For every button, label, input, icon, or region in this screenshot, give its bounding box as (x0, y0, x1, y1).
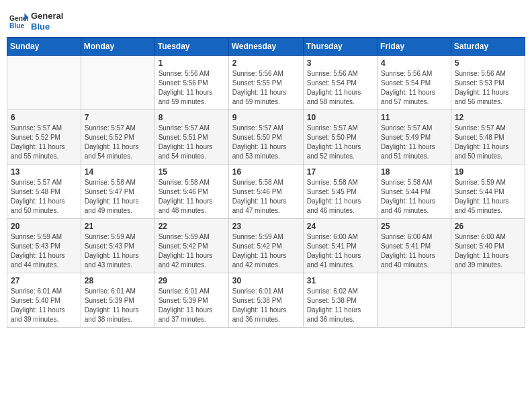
day-info: Sunrise: 6:01 AM Sunset: 5:39 PM Dayligh… (85, 287, 151, 324)
day-info: Sunrise: 6:01 AM Sunset: 5:38 PM Dayligh… (232, 287, 300, 324)
calendar-cell: 31Sunrise: 6:02 AM Sunset: 5:38 PM Dayli… (303, 273, 377, 328)
calendar-cell: 28Sunrise: 6:01 AM Sunset: 5:39 PM Dayli… (81, 273, 154, 328)
calendar-week-row: 13Sunrise: 5:57 AM Sunset: 5:48 PM Dayli… (7, 165, 525, 219)
day-info: Sunrise: 5:56 AM Sunset: 5:54 PM Dayligh… (307, 69, 373, 107)
day-number: 2 (232, 58, 300, 68)
calendar-cell: 25Sunrise: 6:00 AM Sunset: 5:41 PM Dayli… (378, 219, 451, 273)
calendar-cell: 7Sunrise: 5:57 AM Sunset: 5:52 PM Daylig… (81, 110, 154, 165)
day-number: 13 (11, 167, 77, 177)
day-number: 11 (381, 113, 447, 122)
logo-text-blue: Blue (31, 21, 63, 32)
calendar-cell: 2Sunrise: 5:56 AM Sunset: 5:55 PM Daylig… (228, 56, 303, 110)
day-info: Sunrise: 5:56 AM Sunset: 5:55 PM Dayligh… (232, 69, 300, 107)
day-number: 31 (307, 276, 373, 285)
day-number: 14 (85, 167, 151, 177)
calendar-cell: 23Sunrise: 5:59 AM Sunset: 5:42 PM Dayli… (228, 219, 303, 273)
logo-text-general: General (31, 11, 63, 21)
calendar-cell: 29Sunrise: 6:01 AM Sunset: 5:39 PM Dayli… (154, 273, 228, 328)
calendar-cell (451, 273, 525, 328)
page-header: General Blue General Blue (7, 7, 525, 32)
calendar-cell: 24Sunrise: 6:00 AM Sunset: 5:41 PM Dayli… (303, 219, 377, 273)
calendar-cell: 11Sunrise: 5:57 AM Sunset: 5:49 PM Dayli… (378, 110, 451, 165)
day-number: 4 (381, 58, 447, 68)
day-number: 5 (455, 58, 521, 68)
day-info: Sunrise: 6:00 AM Sunset: 5:41 PM Dayligh… (307, 232, 373, 270)
day-number: 16 (232, 167, 300, 177)
calendar-cell (7, 56, 81, 110)
calendar-week-row: 20Sunrise: 5:59 AM Sunset: 5:43 PM Dayli… (7, 219, 525, 273)
day-info: Sunrise: 5:58 AM Sunset: 5:46 PM Dayligh… (232, 178, 300, 216)
day-info: Sunrise: 5:57 AM Sunset: 5:48 PM Dayligh… (455, 124, 521, 161)
day-info: Sunrise: 5:59 AM Sunset: 5:43 PM Dayligh… (85, 232, 151, 270)
day-number: 9 (232, 113, 300, 122)
day-info: Sunrise: 5:57 AM Sunset: 5:49 PM Dayligh… (381, 124, 447, 161)
day-number: 26 (455, 222, 521, 231)
weekday-header-row: SundayMondayTuesdayWednesdayThursdayFrid… (7, 38, 525, 56)
day-info: Sunrise: 5:59 AM Sunset: 5:43 PM Dayligh… (11, 232, 77, 270)
weekday-header-monday: Monday (81, 38, 154, 56)
calendar-cell: 17Sunrise: 5:58 AM Sunset: 5:45 PM Dayli… (303, 165, 377, 219)
day-info: Sunrise: 5:58 AM Sunset: 5:44 PM Dayligh… (381, 178, 447, 216)
calendar-cell: 5Sunrise: 5:56 AM Sunset: 5:53 PM Daylig… (451, 56, 525, 110)
day-info: Sunrise: 5:57 AM Sunset: 5:50 PM Dayligh… (307, 124, 373, 161)
weekday-header-tuesday: Tuesday (154, 38, 228, 56)
calendar-cell: 6Sunrise: 5:57 AM Sunset: 5:52 PM Daylig… (7, 110, 81, 165)
day-number: 8 (159, 113, 225, 122)
day-info: Sunrise: 5:59 AM Sunset: 5:42 PM Dayligh… (232, 232, 300, 270)
day-info: Sunrise: 5:57 AM Sunset: 5:52 PM Dayligh… (11, 124, 77, 161)
day-number: 22 (159, 222, 225, 231)
calendar-cell: 20Sunrise: 5:59 AM Sunset: 5:43 PM Dayli… (7, 219, 81, 273)
day-info: Sunrise: 5:59 AM Sunset: 5:44 PM Dayligh… (455, 178, 521, 216)
calendar-week-row: 27Sunrise: 6:01 AM Sunset: 5:40 PM Dayli… (7, 273, 525, 328)
day-number: 6 (11, 113, 77, 122)
day-number: 28 (85, 276, 151, 285)
day-number: 27 (11, 276, 77, 285)
day-number: 19 (455, 167, 521, 177)
svg-text:Blue: Blue (9, 22, 25, 30)
day-number: 1 (159, 58, 225, 68)
day-info: Sunrise: 5:56 AM Sunset: 5:54 PM Dayligh… (381, 69, 447, 107)
day-number: 20 (11, 222, 77, 231)
calendar-cell (378, 273, 451, 328)
calendar-cell: 21Sunrise: 5:59 AM Sunset: 5:43 PM Dayli… (81, 219, 154, 273)
day-info: Sunrise: 6:01 AM Sunset: 5:39 PM Dayligh… (159, 287, 225, 324)
logo: General Blue General Blue (9, 11, 63, 32)
calendar-week-row: 1Sunrise: 5:56 AM Sunset: 5:56 PM Daylig… (7, 56, 525, 110)
calendar-cell: 19Sunrise: 5:59 AM Sunset: 5:44 PM Dayli… (451, 165, 525, 219)
calendar-cell: 1Sunrise: 5:56 AM Sunset: 5:56 PM Daylig… (154, 56, 228, 110)
day-number: 3 (307, 58, 373, 68)
weekday-header-thursday: Thursday (303, 38, 377, 56)
day-info: Sunrise: 5:56 AM Sunset: 5:53 PM Dayligh… (455, 69, 521, 107)
calendar-cell: 10Sunrise: 5:57 AM Sunset: 5:50 PM Dayli… (303, 110, 377, 165)
day-number: 17 (307, 167, 373, 177)
calendar-cell: 14Sunrise: 5:58 AM Sunset: 5:47 PM Dayli… (81, 165, 154, 219)
day-info: Sunrise: 5:58 AM Sunset: 5:46 PM Dayligh… (159, 178, 225, 216)
calendar-cell: 18Sunrise: 5:58 AM Sunset: 5:44 PM Dayli… (378, 165, 451, 219)
calendar-cell: 4Sunrise: 5:56 AM Sunset: 5:54 PM Daylig… (378, 56, 451, 110)
calendar-cell: 30Sunrise: 6:01 AM Sunset: 5:38 PM Dayli… (228, 273, 303, 328)
weekday-header-sunday: Sunday (7, 38, 81, 56)
weekday-header-wednesday: Wednesday (228, 38, 303, 56)
calendar-cell: 16Sunrise: 5:58 AM Sunset: 5:46 PM Dayli… (228, 165, 303, 219)
day-number: 21 (85, 222, 151, 231)
day-info: Sunrise: 5:57 AM Sunset: 5:51 PM Dayligh… (159, 124, 225, 161)
day-info: Sunrise: 5:58 AM Sunset: 5:47 PM Dayligh… (85, 178, 151, 216)
day-number: 23 (232, 222, 300, 231)
calendar-cell: 8Sunrise: 5:57 AM Sunset: 5:51 PM Daylig… (154, 110, 228, 165)
day-number: 15 (159, 167, 225, 177)
calendar-cell: 15Sunrise: 5:58 AM Sunset: 5:46 PM Dayli… (154, 165, 228, 219)
weekday-header-saturday: Saturday (451, 38, 525, 56)
day-info: Sunrise: 5:57 AM Sunset: 5:50 PM Dayligh… (232, 124, 300, 161)
day-number: 25 (381, 222, 447, 231)
day-info: Sunrise: 5:57 AM Sunset: 5:48 PM Dayligh… (11, 178, 77, 216)
day-info: Sunrise: 6:01 AM Sunset: 5:40 PM Dayligh… (11, 287, 77, 324)
day-number: 30 (232, 276, 300, 285)
day-info: Sunrise: 5:58 AM Sunset: 5:45 PM Dayligh… (307, 178, 373, 216)
calendar-cell: 22Sunrise: 5:59 AM Sunset: 5:42 PM Dayli… (154, 219, 228, 273)
day-info: Sunrise: 6:02 AM Sunset: 5:38 PM Dayligh… (307, 287, 373, 324)
day-info: Sunrise: 5:56 AM Sunset: 5:56 PM Dayligh… (159, 69, 225, 107)
calendar-week-row: 6Sunrise: 5:57 AM Sunset: 5:52 PM Daylig… (7, 110, 525, 165)
calendar-header: SundayMondayTuesdayWednesdayThursdayFrid… (7, 38, 525, 56)
day-info: Sunrise: 5:57 AM Sunset: 5:52 PM Dayligh… (85, 124, 151, 161)
calendar-body: 1Sunrise: 5:56 AM Sunset: 5:56 PM Daylig… (7, 56, 525, 328)
